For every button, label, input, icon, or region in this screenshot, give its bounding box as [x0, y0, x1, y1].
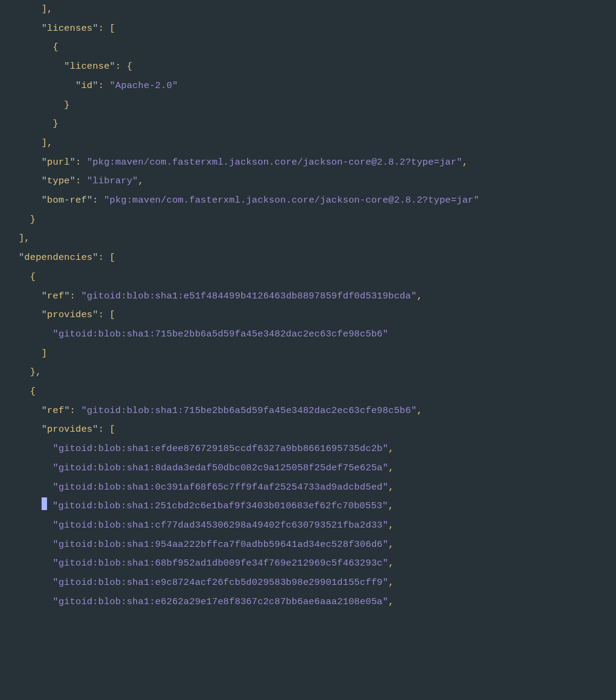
- code-token: ,: [388, 443, 394, 454]
- code-token: ": [110, 61, 115, 72]
- code-token: ": [42, 291, 47, 301]
- code-token: ": [64, 291, 69, 301]
- code-token: ,: [388, 577, 394, 588]
- code-token: dependencies: [24, 252, 92, 263]
- code-token: :: [75, 157, 87, 168]
- code-token: {: [30, 271, 36, 282]
- code-token: bom-ref: [47, 195, 87, 206]
- code-token: ],: [19, 233, 30, 244]
- code-token: : [: [98, 23, 115, 34]
- code-token: "gitoid:blob:sha1:954aa222bffca7f0adbb59…: [53, 539, 389, 550]
- text-cursor: [42, 497, 47, 510]
- code-token: ": [42, 23, 47, 34]
- code-token: ,: [462, 157, 468, 168]
- code-token: "gitoid:blob:sha1:251cbd2c6e1baf9f3403b0…: [52, 500, 388, 511]
- code-token: ,: [416, 291, 422, 301]
- code-token: ": [70, 175, 75, 186]
- code-token: ,: [388, 482, 394, 493]
- code-token: "pkg:maven/com.fasterxml.jackson.core/ja…: [104, 195, 479, 206]
- code-token: },: [30, 367, 42, 377]
- code-token: }: [30, 214, 36, 225]
- code-token: ],: [42, 4, 53, 14]
- json-code-view: ], "licenses": [ { "license": { "id": "A…: [0, 0, 616, 612]
- code-token: :: [75, 175, 87, 186]
- code-token: ": [93, 23, 98, 34]
- code-token: ": [87, 195, 92, 206]
- code-token: ": [93, 252, 98, 263]
- code-token: ,: [388, 539, 394, 550]
- code-token: ,: [416, 405, 422, 416]
- code-token: "gitoid:blob:sha1:0c391af68f65c7ff9f4af2…: [53, 482, 389, 493]
- code-token: ,: [388, 500, 394, 511]
- code-token: ,: [388, 520, 394, 531]
- code-token: "pkg:maven/com.fasterxml.jackson.core/ja…: [87, 157, 462, 168]
- code-token: "gitoid:blob:sha1:68bf952ad1db009fe34f76…: [53, 558, 389, 569]
- code-token: ],: [42, 137, 53, 148]
- code-token: {: [30, 386, 36, 397]
- code-token: ": [93, 309, 98, 320]
- code-token: "gitoid:blob:sha1:e6262a29e17e8f8367c2c8…: [53, 596, 389, 607]
- code-token: ": [42, 424, 47, 435]
- code-token: {: [53, 42, 58, 52]
- code-token: :: [70, 291, 81, 301]
- code-token: ": [42, 157, 47, 168]
- code-token: purl: [47, 157, 70, 168]
- code-token: }: [64, 99, 69, 110]
- code-token: "library": [87, 175, 138, 186]
- code-token: ,: [388, 462, 394, 473]
- code-token: ref: [47, 291, 64, 301]
- code-token: : [: [98, 424, 115, 435]
- code-token: ": [42, 175, 47, 186]
- code-token: "gitoid:blob:sha1:8dada3edaf50dbc082c9a1…: [53, 462, 389, 473]
- code-token: provides: [47, 309, 93, 320]
- code-token: ,: [138, 175, 143, 186]
- code-token: "gitoid:blob:sha1:cf77dad345306298a49402…: [53, 520, 389, 531]
- code-token: : {: [115, 61, 132, 72]
- code-token: type: [47, 175, 70, 186]
- code-token: ": [42, 195, 47, 206]
- code-token: ": [42, 405, 47, 416]
- code-token: ": [70, 157, 75, 168]
- code-token: ,: [388, 558, 394, 569]
- code-token: :: [93, 195, 104, 206]
- code-token: ]: [42, 348, 47, 359]
- code-token: ,: [388, 596, 394, 607]
- code-token: ": [75, 80, 81, 91]
- code-token: "gitoid:blob:sha1:e9c8724acf26fcb5d02958…: [53, 577, 389, 588]
- code-token: : [: [98, 252, 115, 263]
- code-token: ref: [47, 405, 64, 416]
- code-token: "gitoid:blob:sha1:e51f484499b4126463db88…: [81, 291, 417, 301]
- code-token: "Apache-2.0": [110, 80, 178, 91]
- code-token: licenses: [47, 23, 93, 34]
- code-token: :: [70, 405, 81, 416]
- code-token: ": [93, 424, 98, 435]
- code-token: }: [53, 118, 58, 129]
- code-token: ": [42, 309, 47, 320]
- code-token: ": [19, 252, 24, 263]
- code-token: ": [64, 405, 69, 416]
- code-token: : [: [98, 309, 115, 320]
- code-token: ": [93, 80, 98, 91]
- code-token: :: [98, 80, 110, 91]
- code-token: license: [70, 61, 110, 72]
- code-token: id: [81, 80, 93, 91]
- code-token: ": [64, 61, 69, 72]
- code-token: "gitoid:blob:sha1:715be2bb6a5d59fa45e348…: [53, 329, 389, 339]
- code-token: "gitoid:blob:sha1:715be2bb6a5d59fa45e348…: [81, 405, 417, 416]
- code-token: provides: [47, 424, 93, 435]
- code-token: "gitoid:blob:sha1:efdee876729185ccdf6327…: [53, 443, 389, 454]
